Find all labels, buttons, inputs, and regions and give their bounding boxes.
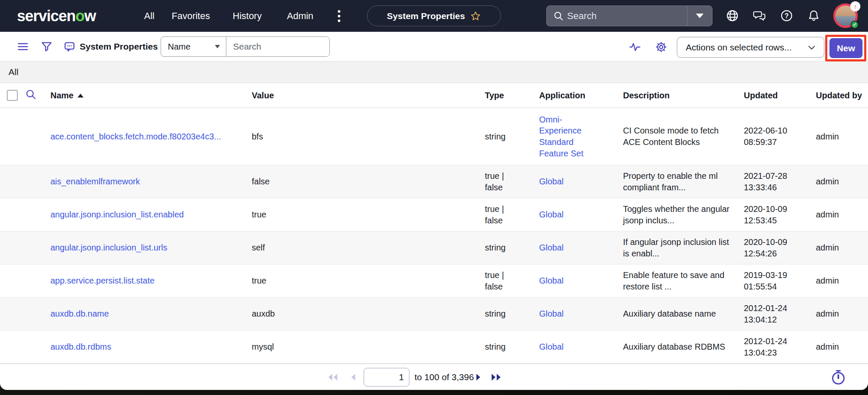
column-header-updated[interactable]: Updated	[736, 91, 808, 100]
previous-page-icon	[350, 372, 356, 382]
table-header: Name Value Type Application Description …	[0, 83, 868, 108]
comment-icon[interactable]	[64, 41, 75, 53]
actions-select[interactable]: Actions on selected rows...	[677, 37, 824, 58]
help-icon[interactable]: ?	[780, 9, 793, 22]
list-search-input[interactable]	[226, 37, 329, 56]
property-link[interactable]: angular.jsonp.inclusion_list.enabled	[50, 210, 184, 219]
cell-value: false	[244, 172, 477, 191]
top-nav: servicenow All Favorites History Admin S…	[0, 0, 868, 32]
column-header-application[interactable]: Application	[531, 91, 615, 100]
cell-name: app.service.persist.list.state	[42, 272, 244, 290]
sort-ascending-icon	[78, 94, 83, 97]
nav-item-admin[interactable]: Admin	[287, 0, 313, 32]
cell-value: true	[244, 206, 477, 224]
cell-description: Auxiliary database RDBMS	[615, 338, 736, 356]
chevron-down-icon	[215, 45, 220, 48]
cell-updated-by: admin	[808, 272, 868, 290]
application-link[interactable]: Global	[539, 242, 564, 253]
cell-updated: 2020-10-09 12:54:26	[736, 233, 808, 262]
nav-item-all[interactable]: All	[144, 0, 154, 32]
cell-name: auxdb.db.name	[42, 305, 244, 323]
breadcrumb-label: All	[8, 67, 18, 77]
notifications-icon[interactable]	[807, 9, 820, 22]
application-link[interactable]: Global	[539, 341, 564, 353]
cell-updated-by: admin	[808, 128, 868, 146]
list-toolbar: System Properties Name Actions on select…	[0, 32, 868, 61]
previous-page-button[interactable]	[346, 371, 360, 383]
globe-icon[interactable]	[726, 9, 739, 22]
property-link[interactable]: auxdb.db.name	[50, 309, 109, 318]
cell-description: CI Console mode to fetch ACE Content Blo…	[615, 122, 736, 151]
timer-icon[interactable]	[830, 369, 847, 386]
chat-icon[interactable]	[753, 9, 766, 22]
column-header-type[interactable]: Type	[477, 91, 531, 100]
table-row: app.service.persist.list.state true true…	[0, 264, 868, 298]
property-link[interactable]: app.service.persist.list.state	[50, 276, 155, 285]
servicenow-logo[interactable]: servicenow	[17, 0, 96, 32]
cell-updated-by: admin	[808, 305, 868, 323]
property-link[interactable]: angular.jsonp.inclusion_list.urls	[50, 243, 167, 252]
cell-updated: 2022-06-10 08:59:37	[736, 122, 808, 151]
last-page-button[interactable]	[489, 371, 504, 383]
cell-name: ais_enablemlframework	[42, 172, 244, 191]
page-number-input[interactable]	[364, 368, 409, 387]
cell-application: Global	[531, 272, 615, 290]
favorite-star-icon[interactable]	[470, 11, 481, 22]
select-all-checkbox[interactable]	[7, 90, 18, 101]
nav-item-favorites[interactable]: Favorites	[172, 0, 210, 32]
chevron-down-icon	[807, 43, 816, 52]
next-page-button[interactable]	[471, 371, 486, 383]
application-link[interactable]: Global	[539, 308, 564, 320]
table-body: ace.content_blocks.fetch.mode.f80203e4c3…	[0, 108, 868, 364]
cell-value: self	[244, 239, 477, 257]
table-row: auxdb.db.rdbms mysql string Global Auxil…	[0, 331, 868, 364]
chevron-down-icon	[696, 14, 704, 18]
column-header-value[interactable]: Value	[244, 91, 477, 100]
cell-updated: 2019-03-19 01:55:54	[736, 266, 808, 295]
search-icon	[554, 11, 564, 21]
application-link[interactable]: Global	[539, 176, 564, 187]
cell-type: true | false	[477, 167, 531, 196]
logo-text-end: w	[84, 7, 96, 25]
cell-value: bfs	[244, 128, 477, 146]
cell-value: auxdb	[244, 305, 477, 323]
gear-icon[interactable]	[655, 41, 667, 53]
header-checkbox-cell	[0, 90, 19, 101]
svg-text:?: ?	[785, 12, 789, 19]
filter-icon[interactable]	[41, 41, 53, 53]
column-header-description[interactable]: Description	[615, 91, 736, 100]
table-row: angular.jsonp.inclusion_list.enabled tru…	[0, 198, 868, 231]
application-link[interactable]: Global	[539, 275, 564, 287]
cell-updated-by: admin	[808, 172, 868, 191]
property-link[interactable]: ace.content_blocks.fetch.mode.f80203e4c3…	[50, 132, 221, 141]
current-page-pill[interactable]: System Properties	[367, 6, 501, 26]
logo-text: servicen	[17, 7, 75, 25]
pill-label: System Properties	[387, 11, 465, 21]
first-page-button[interactable]	[326, 371, 340, 383]
activity-icon[interactable]	[629, 41, 641, 53]
new-button[interactable]: New	[829, 38, 862, 58]
filter-breadcrumb[interactable]: All	[0, 61, 868, 83]
cell-description: If angular jsonp inclusion list is enabl…	[615, 233, 736, 262]
property-link[interactable]: auxdb.db.rdbms	[50, 342, 111, 351]
more-menu-icon[interactable]	[333, 10, 345, 22]
menu-icon[interactable]	[17, 41, 29, 53]
application-link[interactable]: Global	[539, 209, 564, 220]
cell-type: string	[477, 128, 531, 146]
cell-updated: 2020-10-09 12:53:45	[736, 200, 808, 229]
cell-application: Global	[531, 305, 615, 323]
cell-type: string	[477, 338, 531, 356]
column-header-name[interactable]: Name	[42, 91, 244, 100]
nav-item-history[interactable]: History	[233, 0, 262, 32]
property-link[interactable]: ais_enablemlframework	[50, 177, 140, 186]
global-search	[546, 6, 712, 26]
application-link[interactable]: Omni-Experience Standard Feature Set	[539, 114, 596, 159]
cell-name: ace.content_blocks.fetch.mode.f80203e4c3…	[42, 128, 244, 146]
cell-value: mysql	[244, 338, 477, 356]
column-search-icon[interactable]	[25, 89, 36, 100]
global-search-input[interactable]	[564, 11, 687, 22]
column-header-updated-by[interactable]: Updated by	[808, 91, 868, 100]
search-field-select[interactable]: Name	[161, 37, 226, 56]
search-scope-dropdown[interactable]	[687, 6, 712, 26]
user-avatar[interactable]: ↑ ✓	[833, 3, 858, 28]
